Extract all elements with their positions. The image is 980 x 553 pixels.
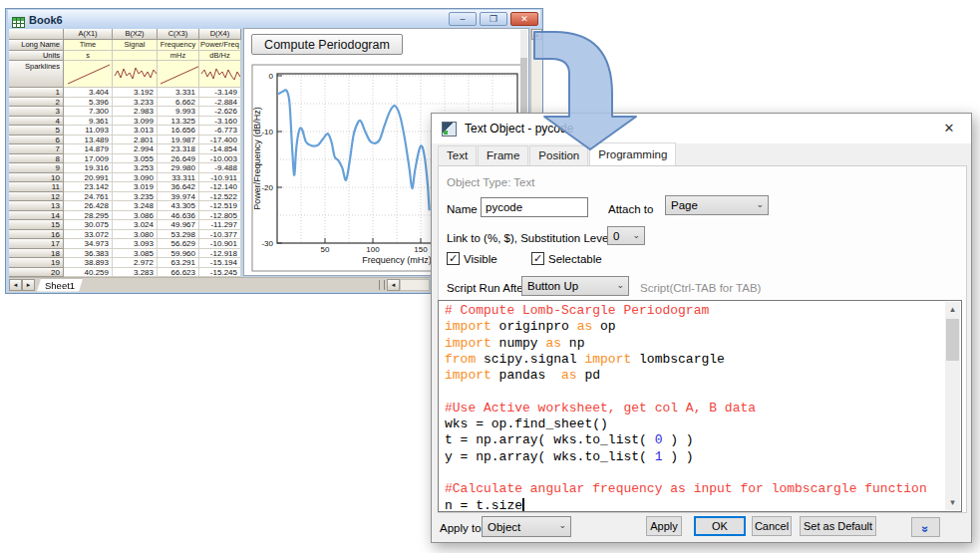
row-header[interactable]: 2	[9, 98, 64, 108]
long-name-cell[interactable]: Signal	[113, 40, 158, 51]
data-cell[interactable]: 34.973	[64, 239, 113, 249]
visible-checkbox[interactable]: ✓	[447, 252, 460, 265]
data-cell[interactable]: 23.142	[64, 182, 113, 192]
data-cell[interactable]: 19.316	[64, 163, 113, 173]
data-cell[interactable]: 3.090	[113, 173, 158, 183]
scroll-up-icon[interactable]: ▴	[945, 302, 960, 317]
row-header[interactable]: 3	[9, 107, 64, 117]
script-run-after-select[interactable]: Button Up ⌄	[521, 276, 629, 296]
data-cell[interactable]: 39.974	[158, 192, 199, 202]
data-cell[interactable]: 56.629	[158, 239, 199, 249]
row-header[interactable]: 1	[9, 88, 64, 98]
data-cell[interactable]: 23.318	[158, 144, 199, 154]
row-header[interactable]: 16	[9, 230, 64, 240]
data-cell[interactable]: 9.361	[64, 117, 113, 127]
sparkline-cell[interactable]	[113, 61, 158, 88]
data-cell[interactable]: 16.656	[158, 126, 199, 136]
data-cell[interactable]: 3.404	[64, 88, 113, 98]
row-header[interactable]: 19	[9, 258, 64, 268]
data-cell[interactable]: -14.854	[199, 144, 241, 154]
data-cell[interactable]: -12.519	[199, 201, 241, 211]
scroll-down-icon[interactable]: ▾	[945, 495, 960, 510]
data-cell[interactable]: -17.400	[199, 136, 241, 145]
data-cell[interactable]: 3.080	[113, 230, 158, 240]
row-header[interactable]: 6	[9, 136, 64, 145]
row-header[interactable]: 20	[9, 268, 64, 278]
data-cell[interactable]: 40.259	[64, 268, 113, 278]
data-cell[interactable]: 3.248	[113, 201, 158, 211]
data-cell[interactable]: 49.967	[158, 220, 199, 230]
row-header[interactable]: 5	[9, 126, 64, 136]
data-cell[interactable]: -11.297	[199, 220, 241, 230]
data-cell[interactable]: -3.160	[199, 117, 241, 127]
tab-programming[interactable]: Programming	[589, 142, 676, 165]
data-cell[interactable]: 33.072	[64, 230, 113, 240]
data-cell[interactable]: 26.428	[64, 201, 113, 211]
data-cell[interactable]: 3.024	[113, 220, 158, 230]
corner-cell[interactable]	[9, 29, 64, 40]
data-cell[interactable]: -6.773	[199, 126, 241, 136]
data-cell[interactable]: 46.636	[158, 211, 199, 221]
data-cell[interactable]: 13.325	[158, 117, 199, 127]
data-cell[interactable]: 3.233	[113, 98, 158, 108]
graph-scrollbar-thumb[interactable]	[520, 58, 527, 113]
data-cell[interactable]: 3.253	[113, 163, 158, 173]
cancel-button[interactable]: Cancel	[752, 516, 792, 536]
data-cell[interactable]: 53.298	[158, 230, 199, 240]
scrollbar-splitter[interactable]	[379, 280, 385, 290]
sheet-tab[interactable]: Sheet1	[37, 279, 83, 292]
substitution-level-select[interactable]: 0 ⌄	[607, 226, 645, 245]
row-header[interactable]: 8	[9, 154, 64, 164]
data-cell[interactable]: 26.649	[158, 154, 199, 164]
attach-to-select[interactable]: Page ⌄	[665, 195, 769, 215]
set-as-default-button[interactable]: Set as Default	[800, 516, 876, 536]
long-name-cell[interactable]: Power/Freq	[199, 40, 241, 51]
data-cell[interactable]: 9.993	[158, 107, 199, 117]
row-header[interactable]: 17	[9, 239, 64, 249]
data-cell[interactable]: -3.149	[199, 88, 241, 98]
row-header[interactable]: 7	[9, 144, 64, 154]
data-cell[interactable]: -10.003	[199, 154, 241, 164]
long-name-cell[interactable]: Time	[64, 40, 113, 51]
row-header[interactable]: 15	[9, 220, 64, 230]
data-cell[interactable]: 2.983	[113, 107, 158, 117]
data-cell[interactable]: 3.019	[113, 182, 158, 192]
data-cell[interactable]: 3.085	[113, 249, 158, 259]
data-cell[interactable]: 6.662	[158, 98, 199, 108]
data-cell[interactable]: 3.192	[113, 88, 158, 98]
data-cell[interactable]: 59.960	[158, 249, 199, 259]
dialog-close-icon[interactable]: ✕	[939, 120, 959, 138]
minimize-button[interactable]: –	[449, 12, 477, 26]
editor-scrollbar-thumb[interactable]	[946, 319, 959, 361]
row-header[interactable]: 10	[9, 173, 64, 183]
row-header[interactable]: 4	[9, 117, 64, 127]
column-header[interactable]: B(X2)	[113, 29, 158, 40]
data-cell[interactable]: 29.980	[158, 163, 199, 173]
data-cell[interactable]: 3.086	[113, 211, 158, 221]
close-button[interactable]: ✕	[510, 12, 538, 26]
data-cell[interactable]: 3.235	[113, 192, 158, 202]
dialog-titlebar[interactable]: Text Object - pycode ✕	[432, 114, 971, 143]
data-cell[interactable]: 2.801	[113, 136, 158, 145]
data-cell[interactable]: 5.396	[64, 98, 113, 108]
data-cell[interactable]: 7.300	[64, 107, 113, 117]
tab-position[interactable]: Position	[529, 145, 588, 165]
column-header[interactable]: A(X1)	[64, 29, 113, 40]
tab-frame[interactable]: Frame	[478, 145, 528, 165]
tab-text[interactable]: Text	[438, 145, 477, 165]
script-code[interactable]: # Compute Lomb-Scargle Periodogramimport…	[445, 303, 944, 512]
selectable-checkbox[interactable]: ✓	[531, 252, 544, 265]
ok-button[interactable]: OK	[694, 516, 746, 536]
units-cell[interactable]: s	[64, 51, 113, 61]
row-header[interactable]: 14	[9, 211, 64, 221]
data-cell[interactable]: 43.305	[158, 201, 199, 211]
apply-to-select[interactable]: Object ⌄	[482, 516, 571, 537]
data-cell[interactable]: 3.331	[158, 88, 199, 98]
data-cell[interactable]: 13.489	[64, 136, 113, 145]
data-cell[interactable]: 36.642	[158, 182, 199, 192]
data-cell[interactable]: -12.522	[199, 192, 241, 202]
row-header[interactable]: 9	[9, 163, 64, 173]
data-cell[interactable]: 19.987	[158, 136, 199, 145]
hscroll-left-icon[interactable]: ◂	[387, 279, 400, 291]
data-cell[interactable]: 36.383	[64, 249, 113, 259]
